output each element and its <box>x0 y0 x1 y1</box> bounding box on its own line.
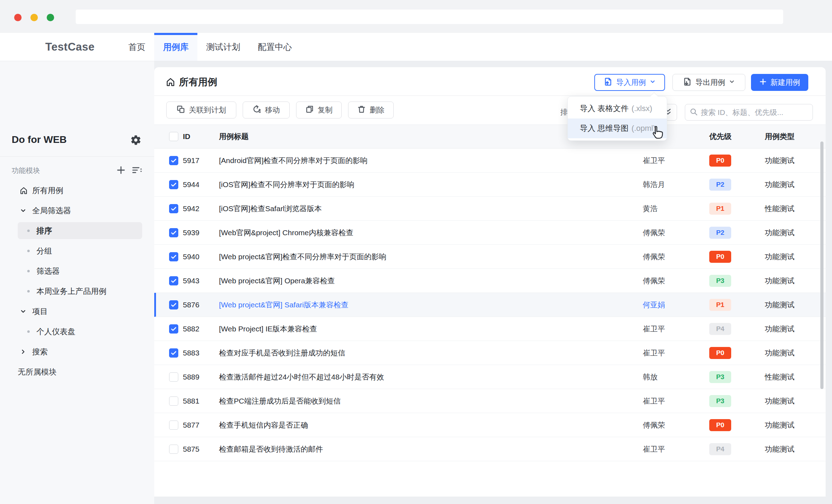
cell-title[interactable]: 检查手机短信内容是否正确 <box>219 420 643 430</box>
sidebar-item-3[interactable]: 分组 <box>0 241 154 261</box>
table-row[interactable]: 5943[Web project&官网] Opera兼容检查傅佩荣P3功能测试 <box>154 269 826 293</box>
bullet-icon <box>27 330 30 333</box>
modules-section-header: 功能模块 <box>0 163 154 178</box>
cell-title[interactable]: 检查邮箱是否收到待激活的邮件 <box>219 444 643 454</box>
cell-title[interactable]: [Web project&官网]检查不同分辨率对于页面的影响 <box>219 252 643 262</box>
sidebar-item-8[interactable]: 搜索 <box>0 342 154 362</box>
top-nav: TestCase 首页用例库测试计划配置中心 <box>0 33 832 61</box>
table-row[interactable]: 5881检查PC端注册成功后是否能收到短信崔卫平P3功能测试 <box>154 389 826 413</box>
nav-tab-2[interactable]: 测试计划 <box>197 33 249 61</box>
table-row[interactable]: 5942[iOS官网]检查Safarl浏览器版本黄浩P1性能测试 <box>154 197 826 221</box>
col-header-type: 用例类型 <box>765 132 826 141</box>
row-checkbox[interactable] <box>169 324 178 334</box>
table-row[interactable]: 5939[Web官网&project] Chrome内核兼容检查傅佩荣P2功能测… <box>154 221 826 245</box>
row-checkbox[interactable] <box>169 396 178 406</box>
nav-tab-0[interactable]: 首页 <box>120 33 154 61</box>
priority-badge: P3 <box>709 371 731 383</box>
cell-id: 5942 <box>183 204 219 213</box>
select-all-checkbox[interactable] <box>169 132 178 141</box>
button-label: 删除 <box>370 105 385 115</box>
brand-logo: TestCase <box>45 33 95 61</box>
copy-button[interactable]: 复制 <box>296 102 342 118</box>
table-row[interactable]: 5940[Web project&官网]检查不同分辨率对于页面的影响傅佩荣P0功… <box>154 245 826 269</box>
sidebar-divider <box>0 156 154 157</box>
sidebar-item-0[interactable]: 所有用例 <box>0 180 154 201</box>
menu-item-import-xlsx[interactable]: 导入 表格文件 (.xlsx) <box>568 99 667 118</box>
row-checkbox[interactable] <box>169 421 178 430</box>
window-titlebar <box>0 0 832 33</box>
row-checkbox[interactable] <box>169 228 178 237</box>
row-checkbox[interactable] <box>169 348 178 358</box>
priority-badge: P0 <box>709 419 731 431</box>
col-header-priority: 优先级 <box>709 132 765 141</box>
priority-badge: P2 <box>709 179 731 191</box>
sidebar-item-label: 搜索 <box>32 347 48 357</box>
page-title: 所有用例 <box>179 76 217 88</box>
row-checkbox[interactable] <box>169 445 178 454</box>
vertical-scrollbar[interactable] <box>820 141 824 389</box>
cell-title[interactable]: [Web官网&project] Chrome内核兼容检查 <box>219 228 643 238</box>
cell-type: 功能测试 <box>765 420 826 430</box>
import-cases-button[interactable]: 导入用例 <box>594 74 665 91</box>
cell-title[interactable]: [Web Project] IE版本兼容检查 <box>219 324 643 334</box>
table-row[interactable]: 5917[Android官网]检查不同分辨率对于页面的影响崔卫平P0功能测试 <box>154 149 826 173</box>
new-case-button[interactable]: 新建用例 <box>751 74 808 91</box>
priority-badge: P4 <box>709 323 731 335</box>
row-checkbox[interactable] <box>169 156 178 165</box>
window-close-button[interactable] <box>14 14 22 21</box>
row-checkbox[interactable] <box>169 372 178 382</box>
cell-title[interactable]: [Android官网]检查不同分辨率对于页面的影响 <box>219 156 643 166</box>
menu-item-label: 导入 表格文件 <box>580 103 629 114</box>
row-checkbox[interactable] <box>169 276 178 285</box>
cell-type: 功能测试 <box>765 324 826 334</box>
cell-title[interactable]: [iOS官网]检查Safarl浏览器版本 <box>219 204 643 214</box>
cell-title[interactable]: 检查对应手机是否收到注册成功的短信 <box>219 348 643 358</box>
sidebar-item-4[interactable]: 筛选器 <box>0 261 154 281</box>
move-button[interactable]: 移动 <box>243 102 290 118</box>
row-checkbox[interactable] <box>169 300 178 309</box>
cell-type: 功能测试 <box>765 276 826 286</box>
priority-badge: P1 <box>709 299 731 311</box>
menu-item-import-opml[interactable]: 导入 思维导图 (.opml) <box>568 118 667 138</box>
sort-modules-icon[interactable] <box>132 165 142 175</box>
sidebar-item-2[interactable]: 排序 <box>0 221 154 241</box>
nav-tab-3[interactable]: 配置中心 <box>249 33 301 61</box>
table-row[interactable]: 5877检查手机短信内容是否正确傅佩荣P0功能测试 <box>154 413 826 437</box>
delete-button[interactable]: 删除 <box>348 102 394 118</box>
cell-title[interactable]: [iOS官网]检查不同分辨率对于页面的影响 <box>219 180 643 190</box>
table-row[interactable]: 5876[Web project&官网] Safari版本兼容检查何亚娟P1功能… <box>154 293 826 317</box>
link-to-plan-button[interactable]: 关联到计划 <box>166 102 236 118</box>
sidebar-item-9[interactable]: 无所属模块 <box>0 362 154 382</box>
address-bar[interactable] <box>76 10 783 24</box>
priority-badge: P4 <box>709 443 731 455</box>
search-input[interactable] <box>701 108 808 117</box>
table-row[interactable]: 5883检查对应手机是否收到注册成功的短信崔卫平P0功能测试 <box>154 341 826 365</box>
sidebar-item-6[interactable]: 项目 <box>0 301 154 321</box>
cell-title[interactable]: 检查PC端注册成功后是否能收到短信 <box>219 396 643 406</box>
table-row[interactable]: 5944[iOS官网]检查不同分辨率对于页面的影响韩浩月P2功能测试 <box>154 173 826 197</box>
row-checkbox[interactable] <box>169 252 178 261</box>
chevron-down-icon <box>20 207 27 214</box>
priority-badge: P0 <box>709 347 731 359</box>
sidebar-item-1[interactable]: 全局筛选器 <box>0 201 154 221</box>
window-zoom-button[interactable] <box>47 14 54 21</box>
cell-title[interactable]: [Web project&官网] Opera兼容检查 <box>219 276 643 286</box>
table-row[interactable]: 5889检查激活邮件超过24小时但不超过48小时是否有效韩放P3性能测试 <box>154 365 826 389</box>
nav-tab-1[interactable]: 用例库 <box>154 33 197 61</box>
cell-title[interactable]: 检查激活邮件超过24小时但不超过48小时是否有效 <box>219 372 643 382</box>
row-checkbox[interactable] <box>169 204 178 213</box>
row-checkbox[interactable] <box>169 180 178 189</box>
add-module-icon[interactable] <box>116 165 126 175</box>
chevron-down-icon <box>649 78 656 87</box>
cell-id: 5943 <box>183 277 219 285</box>
export-cases-button[interactable]: 导出用例 <box>672 74 745 91</box>
cell-owner: 崔卫平 <box>643 156 709 166</box>
table-row[interactable]: 5882[Web Project] IE版本兼容检查崔卫平P4功能测试 <box>154 317 826 341</box>
window-minimize-button[interactable] <box>30 14 38 21</box>
priority-badge: P3 <box>709 395 731 407</box>
gear-icon[interactable] <box>130 134 141 146</box>
table-row[interactable]: 5875检查邮箱是否收到待激活的邮件崔卫平P4功能测试 <box>154 437 826 461</box>
cell-title[interactable]: [Web project&官网] Safari版本兼容检查 <box>219 300 643 310</box>
sidebar-item-7[interactable]: 个人仪表盘 <box>0 321 154 342</box>
sidebar-item-5[interactable]: 本周业务上产品用例 <box>0 281 154 301</box>
